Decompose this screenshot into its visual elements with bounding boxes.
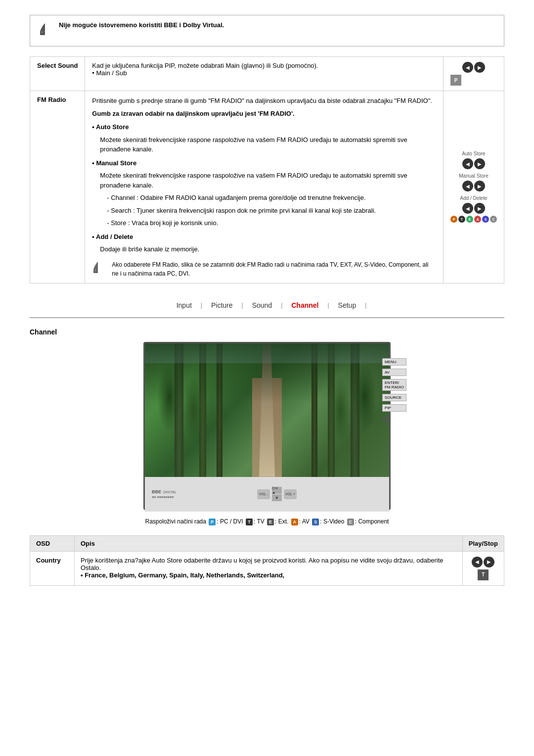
fm-note: Ako odaberete FM Radio, slika će se zata… [92, 260, 436, 278]
nav-sep-5: | [365, 302, 366, 309]
auto-store-right-icon: ▶ [474, 158, 485, 169]
nav-picture[interactable]: Picture [202, 301, 242, 309]
manual-store-label: Manual Store [450, 173, 497, 179]
tv-bottom-panel: BBE DIGITAL ■■ ■■■■■■■■ VOL - CH ▲ ▼ [145, 477, 389, 512]
source-side-btn: SOURCE [382, 394, 406, 401]
p-badge: P [450, 75, 461, 86]
manual-store-right-icon: ▶ [474, 181, 485, 191]
modes-row: Raspoloživi načini rada P: PC / DVI T: T… [30, 518, 504, 525]
vol-down-btn: VOL - [257, 489, 270, 499]
fm-note-text: Ako odaberete FM Radio, slika će se zata… [112, 260, 436, 278]
tv-container: BBE DIGITAL ■■ ■■■■■■■■ VOL - CH ▲ ▼ [30, 342, 504, 510]
arrow-left-icon: ◀ [462, 62, 473, 73]
t-button: T [458, 216, 465, 223]
notice-icon [38, 21, 54, 40]
fm-radio-icons: Auto Store ◀ ▶ Manual Store ◀ ▶ Add / De… [444, 91, 504, 284]
tv-controls: VOL - CH ▲ ▼ VOL + [257, 487, 297, 501]
bottom-table: OSD Opis Play/Stop Country Prije korište… [30, 535, 504, 586]
playstop-header: Play/Stop [462, 535, 504, 551]
svg-rect-0 [40, 31, 45, 35]
nav-setup[interactable]: Setup [329, 301, 365, 309]
fm-note-icon [92, 260, 107, 278]
enter-side-btn: ENTER/FM RADIO [382, 379, 406, 391]
add-delete-left-icon: ◀ [462, 203, 473, 214]
t-badge: T [478, 569, 489, 580]
ch-down-btn: ▼ [272, 494, 282, 501]
av-side-btn: AV [382, 369, 406, 376]
select-sound-row: Select Sound Kad je uključena funkcija P… [30, 57, 504, 91]
notice-box: Nije moguće istovremeno koristiti BBE i … [30, 15, 504, 47]
nav-bar: Input | Picture | Sound | Channel | Setu… [30, 298, 504, 312]
manual-store-left-icon: ◀ [462, 181, 473, 191]
mode-a-badge: A [291, 519, 298, 525]
arrow-right-icon: ▶ [474, 62, 485, 73]
select-sound-icon: ◀ ▶ P [444, 57, 504, 91]
mode-c-badge: C [347, 519, 354, 525]
tv-brand-text: BBE [152, 489, 161, 494]
mode-s-badge: S [312, 519, 319, 525]
osd-header: OSD [30, 535, 75, 551]
play-left-icon: ◀ [472, 557, 483, 567]
main-table: Select Sound Kad je uključena funkcija P… [30, 56, 504, 284]
nav-input[interactable]: Input [168, 301, 201, 309]
s-button: S [482, 216, 489, 223]
play-right-icon: ▶ [484, 557, 494, 567]
ch-up-btn: CH ▲ [272, 487, 282, 494]
add-delete-right-icon: ▶ [474, 203, 485, 214]
select-sound-label: Select Sound [30, 57, 85, 91]
pip-side-btn: PIP [382, 404, 406, 412]
notice-text: Nije moguće istovremeno koristiti BBE i … [59, 21, 224, 29]
add-delete-label: Add / Delete [450, 195, 497, 201]
country-desc: Prije korištenja zna?ajke Auto Store oda… [75, 551, 463, 585]
mode-t-badge: T [246, 519, 253, 525]
auto-store-left-icon: ◀ [462, 158, 473, 169]
e-button: E [466, 216, 473, 223]
fm-radio-content: Pritisnite gumb s prednje strane ili gum… [85, 91, 444, 284]
divider [30, 317, 504, 318]
power-icon: ⏻ [382, 415, 406, 424]
tv-side-controls: MENU AV ENTER/FM RADIO SOURCE PIP ⏻ [382, 358, 406, 424]
vol-up-btn: VOL + [284, 489, 297, 499]
c-button: C [490, 216, 497, 223]
channel-title: Channel [30, 328, 504, 336]
p-button: P [450, 216, 457, 223]
country-row: Country Prije korištenja zna?ajke Auto S… [30, 551, 504, 585]
nav-channel[interactable]: Channel [282, 301, 327, 309]
channel-section: Channel [30, 328, 504, 525]
auto-store-label: Auto Store [450, 151, 497, 156]
colored-buttons: P T E A S C [450, 216, 497, 223]
fm-radio-label: FM Radio [30, 91, 85, 284]
nav-sound[interactable]: Sound [243, 301, 281, 309]
mode-e-badge: E [267, 519, 274, 525]
fm-radio-row: FM Radio Pritisnite gumb s prednje stran… [30, 91, 504, 284]
tv-frame: BBE DIGITAL ■■ ■■■■■■■■ VOL - CH ▲ ▼ [143, 342, 391, 510]
mode-p-badge: P [209, 519, 216, 525]
select-sound-desc: Kad je uključena funkcija PIP, možete od… [85, 57, 444, 91]
menu-side-btn: MENU [382, 358, 406, 366]
opis-header: Opis [75, 535, 463, 551]
a-button: A [474, 216, 481, 223]
tv-screen [145, 343, 389, 477]
play-stop-icon: ◀ ▶ T [462, 551, 504, 585]
country-label: Country [30, 551, 75, 585]
